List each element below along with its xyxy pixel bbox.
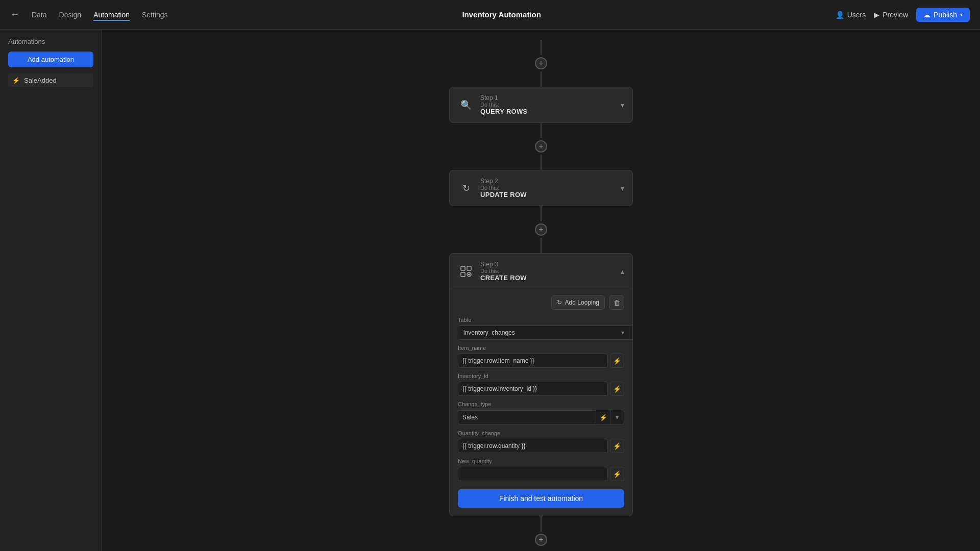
connector-2-3: + bbox=[102, 206, 980, 253]
line-2b bbox=[541, 238, 542, 253]
step1-chevron-icon: ▾ bbox=[621, 101, 624, 109]
item-name-label: Item_name bbox=[458, 345, 624, 351]
step3-icon bbox=[458, 263, 474, 280]
step3-header[interactable]: Step 3 Do this: CREATE ROW ▴ bbox=[450, 254, 632, 289]
item-name-row: ⚡ bbox=[458, 354, 624, 368]
inventory-id-lightning-button[interactable]: ⚡ bbox=[610, 382, 624, 396]
page-title: Inventory Automation bbox=[168, 10, 836, 19]
add-automation-button[interactable]: Add automation bbox=[8, 52, 93, 67]
publish-button[interactable]: ☁ Publish ▾ bbox=[916, 8, 970, 22]
sidebar: Automations Add automation ⚡ SaleAdded bbox=[0, 30, 102, 551]
quantity-change-lightning-button[interactable]: ⚡ bbox=[610, 439, 624, 453]
navbar: ← Data Design Automation Settings Invent… bbox=[0, 0, 980, 30]
users-button[interactable]: 👤 Users bbox=[836, 11, 866, 19]
step3-header-left: Step 3 Do this: CREATE ROW bbox=[458, 261, 527, 282]
new-quantity-row: ⚡ bbox=[458, 467, 624, 481]
quantity-change-input[interactable] bbox=[458, 439, 608, 453]
preview-button[interactable]: ▶ Preview bbox=[874, 11, 908, 19]
change-type-chevron-button[interactable]: ▾ bbox=[610, 410, 624, 425]
step1-icon: 🔍 bbox=[458, 97, 474, 113]
table-select-row: inventory_changes ▾ bbox=[458, 325, 624, 340]
item-name-input[interactable] bbox=[458, 354, 608, 368]
add-step-bottom-button[interactable]: + bbox=[535, 534, 547, 546]
step2-card: ↻ Step 2 Do this: UPDATE ROW ▾ bbox=[449, 170, 633, 206]
add-step-1-button[interactable]: + bbox=[535, 140, 547, 153]
change-type-lightning-button[interactable]: ⚡ bbox=[596, 410, 610, 425]
navbar-left: ← Data Design Automation Settings bbox=[10, 9, 168, 21]
step3-content: ↻ Add Looping 🗑 Table inventory_changes bbox=[450, 289, 632, 516]
publish-chevron-icon: ▾ bbox=[960, 12, 963, 17]
new-quantity-input[interactable] bbox=[458, 467, 608, 481]
step3-chevron-icon: ▴ bbox=[621, 267, 624, 276]
step1-header[interactable]: 🔍 Step 1 Do this: QUERY ROWS ▾ bbox=[450, 87, 632, 122]
delete-step3-button[interactable]: 🗑 bbox=[609, 295, 624, 310]
publish-icon: ☁ bbox=[923, 11, 930, 19]
new-quantity-label: New_quantity bbox=[458, 458, 624, 464]
finish-test-button[interactable]: Finish and test automation bbox=[458, 489, 624, 508]
lightning-icon: ⚡ bbox=[12, 77, 20, 84]
step2-header-left: ↻ Step 2 Do this: UPDATE ROW bbox=[458, 178, 527, 198]
quantity-change-row: ⚡ bbox=[458, 439, 624, 453]
step2-info: Step 2 Do this: UPDATE ROW bbox=[480, 178, 527, 198]
trash-icon: 🗑 bbox=[614, 299, 620, 307]
line-1a bbox=[541, 123, 542, 138]
connector-top: + bbox=[102, 40, 980, 87]
step1-card: 🔍 Step 1 Do this: QUERY ROWS ▾ bbox=[449, 87, 633, 123]
change-type-row: ⚡ ▾ bbox=[458, 410, 624, 425]
svg-rect-1 bbox=[467, 266, 471, 270]
line-top bbox=[541, 40, 542, 55]
step2-icon: ↻ bbox=[458, 180, 474, 196]
body-layout: Automations Add automation ⚡ SaleAdded +… bbox=[0, 30, 980, 551]
sidebar-title: Automations bbox=[8, 38, 93, 45]
line-top2 bbox=[541, 71, 542, 87]
step3-info: Step 3 Do this: CREATE ROW bbox=[480, 261, 527, 282]
add-looping-button[interactable]: ↻ Add Looping bbox=[551, 295, 605, 310]
step3-card: Step 3 Do this: CREATE ROW ▴ ↻ Add Loopi… bbox=[449, 253, 633, 516]
inventory-id-label: Inventory_id bbox=[458, 373, 624, 379]
line-2a bbox=[541, 206, 542, 221]
connector-1-2: + bbox=[102, 123, 980, 170]
loop-icon: ↻ bbox=[557, 299, 562, 306]
add-step-2-button[interactable]: + bbox=[535, 223, 547, 236]
step1-info: Step 1 Do this: QUERY ROWS bbox=[480, 94, 528, 115]
table-field-label: Table bbox=[458, 317, 624, 323]
flow-container: + 🔍 Step 1 Do this: QUERY ROWS ▾ bbox=[102, 40, 980, 548]
connector-bottom: + bbox=[102, 516, 980, 548]
step3-actions-row: ↻ Add Looping 🗑 bbox=[458, 295, 624, 310]
nav-design[interactable]: Design bbox=[59, 9, 82, 21]
quantity-change-label: Quantity_change bbox=[458, 430, 624, 436]
step2-header[interactable]: ↻ Step 2 Do this: UPDATE ROW ▾ bbox=[450, 170, 632, 206]
back-button[interactable]: ← bbox=[10, 9, 19, 20]
step1-header-left: 🔍 Step 1 Do this: QUERY ROWS bbox=[458, 94, 528, 115]
add-step-top-button[interactable]: + bbox=[535, 57, 547, 69]
svg-rect-0 bbox=[461, 266, 465, 270]
new-quantity-lightning-button[interactable]: ⚡ bbox=[610, 467, 624, 481]
line-1b bbox=[541, 155, 542, 170]
change-type-input[interactable] bbox=[458, 410, 596, 424]
table-select[interactable]: inventory_changes bbox=[458, 325, 633, 340]
line-bottom bbox=[541, 516, 542, 532]
nav-automation[interactable]: Automation bbox=[93, 9, 130, 21]
inventory-id-input[interactable] bbox=[458, 382, 608, 396]
navbar-right: 👤 Users ▶ Preview ☁ Publish ▾ bbox=[836, 8, 970, 22]
sidebar-item-saleadded[interactable]: ⚡ SaleAdded bbox=[8, 73, 93, 87]
nav-data[interactable]: Data bbox=[32, 9, 47, 21]
nav-settings[interactable]: Settings bbox=[142, 9, 168, 21]
step2-chevron-icon: ▾ bbox=[621, 184, 624, 192]
inventory-id-row: ⚡ bbox=[458, 382, 624, 396]
main-canvas: + 🔍 Step 1 Do this: QUERY ROWS ▾ bbox=[102, 30, 980, 551]
preview-icon: ▶ bbox=[874, 11, 879, 19]
svg-rect-2 bbox=[461, 272, 465, 277]
item-name-lightning-button[interactable]: ⚡ bbox=[610, 354, 624, 368]
change-type-label: Change_type bbox=[458, 401, 624, 407]
users-icon: 👤 bbox=[836, 11, 844, 19]
